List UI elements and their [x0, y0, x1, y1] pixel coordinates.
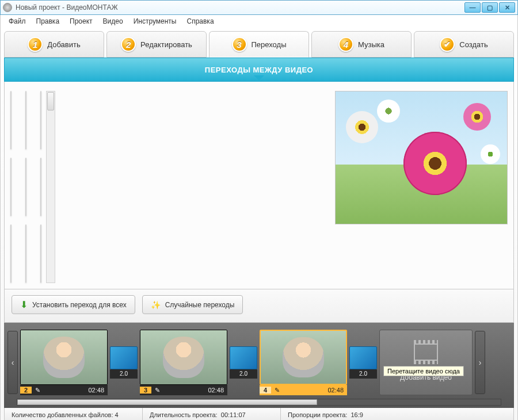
preview-image — [336, 91, 507, 224]
transition-thumb[interactable] — [25, 158, 26, 216]
maximize-button[interactable]: ▢ — [482, 2, 498, 13]
gallery-scrollbar[interactable] — [46, 91, 55, 283]
close-button[interactable]: ✕ — [499, 2, 515, 13]
pencil-icon[interactable]: ✎ — [32, 387, 43, 394]
transition-thumb[interactable]: ⤢ — [40, 91, 41, 150]
transition-thumb[interactable]: ↓ — [40, 224, 41, 283]
button-label: Случайные переходы — [165, 301, 235, 309]
section-banner: ПЕРЕХОДЫ МЕЖДУ ВИДЕО — [4, 58, 514, 82]
tab-create[interactable]: Создать — [414, 31, 514, 58]
menu-tools[interactable]: Инструменты — [129, 16, 181, 26]
step-create-badge — [440, 37, 455, 52]
add-video-slot[interactable]: Перетащите видео сюда Добавить видео — [379, 330, 473, 395]
timeline-prev-button[interactable]: ‹ — [7, 331, 18, 394]
menubar: Файл Правка Проект Видео Инструменты Спр… — [0, 15, 518, 28]
menu-project[interactable]: Проект — [65, 16, 97, 26]
clip-duration: 02:48 — [43, 387, 108, 394]
pencil-icon[interactable]: ✎ — [271, 387, 283, 394]
transition-thumb[interactable] — [10, 158, 12, 216]
tab-add[interactable]: 1Добавить — [4, 31, 104, 58]
preview-pane — [335, 91, 508, 224]
button-label: Установить переход для всех — [32, 301, 127, 309]
transition-chip[interactable]: 2.0 — [230, 346, 257, 379]
tab-label: Создать — [459, 40, 487, 49]
titlebar: Новый проект - ВидеоМОНТАЖ — ▢ ✕ — [0, 0, 518, 15]
step-3-badge: 3 — [232, 37, 247, 52]
transition-thumb[interactable]: ↓ — [40, 158, 41, 216]
menu-file[interactable]: Файл — [4, 16, 31, 26]
clip-duration: 02:48 — [163, 387, 227, 394]
window-title: Новый проект - ВидеоМОНТАЖ — [16, 3, 464, 12]
magic-wand-icon: ✨ — [151, 300, 161, 310]
chevron-right-icon: › — [479, 358, 482, 367]
tab-edit[interactable]: 2Редактировать — [106, 31, 207, 58]
step-tabs: 1Добавить 2Редактировать 3Переходы 4Музы… — [4, 31, 514, 58]
aspect-label: Пропорции проекта: — [288, 411, 347, 418]
clip-number: 2 — [20, 387, 32, 394]
clip-number: 3 — [140, 387, 151, 394]
banner-title: ПЕРЕХОДЫ МЕЖДУ ВИДЕО — [205, 66, 313, 74]
files-count-value: 4 — [115, 411, 119, 418]
menu-help[interactable]: Справка — [182, 16, 218, 26]
step-2-badge: 2 — [121, 37, 136, 52]
tab-label: Редактировать — [140, 40, 192, 49]
clip-duration: 02:48 — [283, 387, 347, 394]
chevron-left-icon: ‹ — [12, 358, 14, 367]
duration-label: Длительность проекта: — [150, 411, 218, 418]
transitions-gallery: ⤡ ✢ ⤢ ↓ ↓ — [10, 91, 329, 283]
filmstrip-icon — [414, 343, 438, 361]
clip-number: 4 — [260, 387, 271, 394]
tab-music[interactable]: 4Музыка — [311, 31, 412, 58]
files-count-label: Количество добавленных файлов: — [12, 411, 113, 418]
apply-all-button[interactable]: ⬇ Установить переход для всех — [12, 295, 135, 314]
transition-thumb[interactable] — [10, 224, 12, 283]
download-arrow-icon: ⬇ — [20, 299, 28, 310]
scrollbar-thumb[interactable] — [47, 92, 54, 110]
scrollbar-thumb[interactable] — [17, 399, 317, 405]
timeline-panel: ‹ 2✎02:48 2.0 3✎02:48 2.0 4✎02:48 2.0 Пе… — [4, 323, 514, 408]
tab-transitions[interactable]: 3Переходы — [209, 31, 309, 58]
transition-chip[interactable]: 2.0 — [110, 346, 138, 379]
transition-duration: 2.0 — [349, 369, 377, 379]
transition-thumb[interactable] — [25, 224, 26, 283]
tab-label: Добавить — [47, 40, 80, 49]
pencil-icon[interactable]: ✎ — [151, 387, 163, 394]
tab-label: Переходы — [252, 40, 287, 49]
menu-edit[interactable]: Правка — [32, 16, 64, 26]
timeline-next-button[interactable]: › — [475, 331, 485, 394]
minimize-button[interactable]: — — [464, 2, 481, 13]
timeline-clip-selected[interactable]: 4✎02:48 — [260, 330, 347, 395]
transition-thumb[interactable]: ⤡ — [10, 91, 12, 150]
app-icon — [3, 3, 12, 12]
timeline-clip[interactable]: 2✎02:48 — [20, 330, 108, 395]
duration-value: 00:11:07 — [221, 411, 246, 418]
tab-label: Музыка — [358, 40, 384, 49]
drag-tooltip: Перетащите видео сюда — [383, 366, 464, 376]
step-1-badge: 1 — [28, 37, 43, 52]
down-arrow-icon: ↓ — [40, 248, 41, 260]
aspect-value: 16:9 — [351, 411, 363, 418]
step-4-badge: 4 — [338, 37, 353, 52]
transition-chip[interactable]: 2.0 — [349, 346, 377, 379]
statusbar: Количество добавленных файлов: 4 Длитель… — [4, 408, 514, 420]
transition-thumb[interactable]: ✢ — [25, 91, 26, 150]
transition-duration: 2.0 — [110, 369, 138, 379]
transition-duration: 2.0 — [230, 369, 257, 379]
timeline-clip[interactable]: 3✎02:48 — [140, 330, 227, 395]
down-arrow-icon: ↓ — [40, 180, 41, 193]
random-transitions-button[interactable]: ✨ Случайные переходы — [142, 295, 243, 314]
timeline-scrollbar[interactable] — [17, 399, 501, 406]
menu-video[interactable]: Видео — [98, 16, 128, 26]
